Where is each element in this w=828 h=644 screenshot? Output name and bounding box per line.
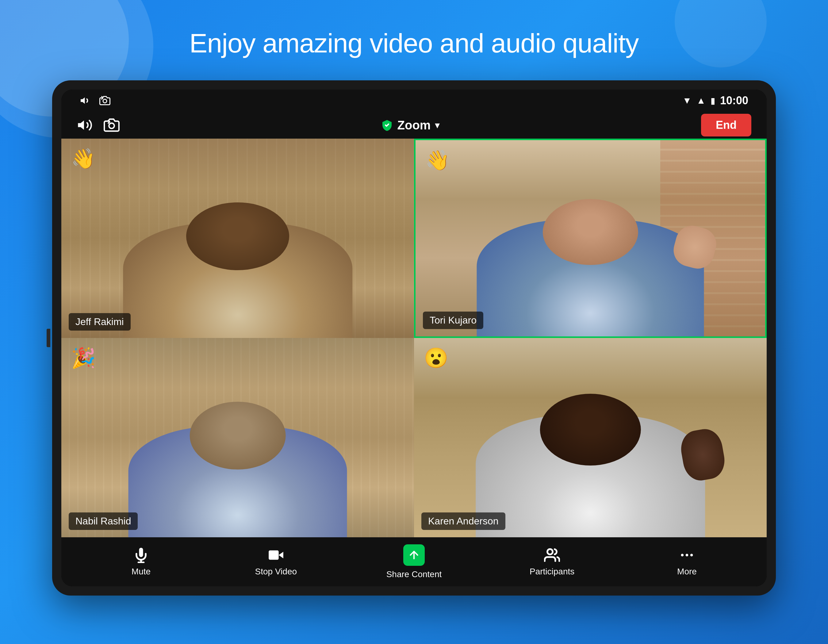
dropdown-chevron-icon[interactable]: ▾ (435, 119, 440, 131)
video-cell-nabil: 🎉 Nabil Rashid (61, 338, 414, 537)
stop-video-label: Stop Video (255, 567, 297, 577)
more-icon (679, 547, 695, 563)
participants-icon (544, 547, 560, 563)
svg-point-10 (681, 554, 684, 556)
more-label: More (677, 567, 697, 577)
video-grid: 👋 Jeff Rakimi 👋 Tori Kujaro (61, 139, 767, 537)
app-name-label: Zoom (397, 118, 431, 132)
svg-rect-7 (269, 550, 279, 560)
camera-switch-button[interactable] (104, 117, 119, 133)
svg-point-9 (547, 549, 553, 555)
security-shield-icon (381, 119, 393, 131)
svg-point-3 (109, 123, 114, 128)
wifi-icon: ▼ (683, 96, 692, 106)
name-label-tori: Tori Kujaro (423, 312, 483, 329)
mute-icon (133, 547, 149, 563)
svg-marker-0 (81, 97, 85, 104)
status-bar-left (80, 95, 110, 106)
share-content-icon (403, 544, 425, 566)
share-content-label: Share Content (386, 569, 442, 579)
name-label-jeff: Jeff Rakimi (69, 313, 131, 331)
name-label-nabil: Nabil Rashid (69, 512, 138, 530)
svg-point-1 (103, 99, 107, 103)
more-button[interactable]: More (662, 547, 712, 577)
video-cell-tori: 👋 Tori Kujaro (414, 139, 767, 338)
stop-video-icon (268, 547, 284, 563)
participants-button[interactable]: Participants (527, 547, 577, 577)
mute-button[interactable]: Mute (116, 547, 166, 577)
volume-icon[interactable] (80, 95, 91, 106)
emoji-jeff: 👋 (71, 147, 96, 170)
video-cell-jeff: 👋 Jeff Rakimi (61, 139, 414, 338)
name-label-karen: Karen Anderson (421, 512, 505, 530)
bottom-toolbar: Mute Stop Video (61, 537, 767, 586)
emoji-nabil: 🎉 (71, 346, 96, 370)
end-meeting-button[interactable]: End (701, 114, 751, 136)
top-action-bar: Zoom ▾ End (61, 111, 767, 139)
participants-label: Participants (530, 567, 574, 577)
share-content-button[interactable]: Share Content (386, 544, 442, 579)
top-bar-left (77, 117, 119, 133)
stop-video-button[interactable]: Stop Video (251, 547, 301, 577)
svg-point-11 (686, 554, 688, 556)
meeting-title-area[interactable]: Zoom ▾ (381, 118, 440, 132)
page-title: Enjoy amazing video and audio quality (190, 28, 639, 59)
camera-flip-icon[interactable] (99, 95, 110, 106)
signal-icon: ▲ (696, 96, 706, 106)
status-time: 10:00 (720, 94, 748, 107)
tablet-screen: ▼ ▲ ▮ 10:00 (61, 89, 767, 586)
battery-icon: ▮ (710, 96, 715, 106)
emoji-tori: 👋 (425, 149, 450, 172)
status-bar: ▼ ▲ ▮ 10:00 (61, 89, 767, 111)
tablet-device: ▼ ▲ ▮ 10:00 (52, 80, 776, 595)
svg-marker-2 (78, 121, 84, 130)
svg-marker-6 (278, 552, 283, 558)
mute-label: Mute (132, 567, 151, 577)
svg-point-12 (690, 554, 693, 556)
status-bar-right: ▼ ▲ ▮ 10:00 (683, 94, 748, 107)
emoji-karen: 😮 (424, 346, 448, 370)
audio-settings-button[interactable] (77, 117, 93, 133)
video-cell-karen: 😮 Karen Anderson (414, 338, 767, 537)
